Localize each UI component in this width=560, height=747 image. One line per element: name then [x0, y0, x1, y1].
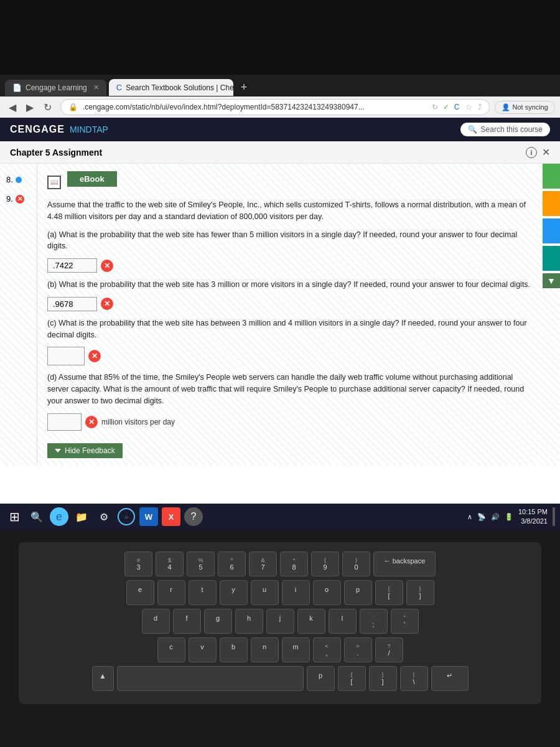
- sub-c-label: (c) What is the probability that the web…: [47, 317, 533, 341]
- key-rbrace[interactable]: } ]: [406, 580, 434, 605]
- settings-taskbar-button[interactable]: ⚙: [95, 507, 113, 526]
- excel-taskbar-button[interactable]: X: [162, 507, 180, 526]
- key-row-space: ▲ p { [ } ] | \ ↵: [28, 666, 532, 691]
- scroll-down-icon[interactable]: ▼: [543, 273, 560, 288]
- tab-search[interactable]: C Search Textbook Solutions | Che... ✕: [109, 79, 233, 96]
- key-quote[interactable]: " ': [391, 609, 419, 634]
- key-bottom-5: 5: [191, 563, 210, 571]
- sub-b-input[interactable]: [47, 297, 97, 311]
- key-u-arrow[interactable]: ▲: [92, 666, 114, 691]
- feedback-bar[interactable]: Hide Feedback: [47, 443, 123, 458]
- file-taskbar-button[interactable]: 📁: [72, 507, 91, 526]
- q8-number: 8.: [6, 175, 13, 184]
- search-taskbar-button[interactable]: 🔍: [27, 507, 46, 526]
- key-y[interactable]: y: [220, 580, 248, 605]
- tab-bar: 📄 Cengage Learning ✕ C Search Textbook S…: [0, 75, 560, 96]
- right-tab-green[interactable]: [543, 164, 560, 189]
- back-button[interactable]: ◀: [5, 100, 20, 115]
- key-comma[interactable]: < ,: [313, 637, 341, 662]
- question-item-8[interactable]: 8.: [0, 170, 37, 189]
- key-slash[interactable]: ? /: [375, 637, 403, 662]
- key-0[interactable]: ) 0: [342, 552, 370, 576]
- key-7[interactable]: & 7: [249, 552, 277, 576]
- sub-d-input[interactable]: [47, 413, 82, 431]
- sub-b-answer-row: ✕: [47, 297, 533, 311]
- refresh-button[interactable]: ↻: [40, 100, 55, 115]
- key-m[interactable]: m: [282, 637, 310, 662]
- tab-label: Cengage Learning: [26, 83, 87, 92]
- key-top-percent: %: [191, 557, 210, 563]
- right-tab-orange[interactable]: [543, 191, 560, 216]
- sub-c-answer-row: ✕: [47, 347, 533, 365]
- key-d[interactable]: d: [142, 609, 170, 634]
- key-l[interactable]: l: [329, 609, 357, 634]
- right-tab-blue[interactable]: [543, 218, 560, 243]
- new-tab-button[interactable]: +: [236, 78, 253, 96]
- sub-c-input[interactable]: [47, 347, 85, 365]
- intro-text: Assume that the traffic to the web site …: [47, 199, 533, 223]
- edge-taskbar-button[interactable]: e: [50, 507, 68, 526]
- key-j[interactable]: j: [266, 609, 294, 634]
- search-this-course[interactable]: 🔍 Search this course: [460, 123, 550, 136]
- key-i[interactable]: i: [282, 580, 310, 605]
- key-semi[interactable]: : ;: [360, 609, 388, 634]
- key-rbrace2[interactable]: } ]: [369, 666, 397, 691]
- battery-icon[interactable]: 🔋: [505, 513, 513, 521]
- url-box[interactable]: 🔒 .cengage.com/static/nb/ui/evo/index.ht…: [60, 99, 490, 115]
- key-v[interactable]: v: [189, 637, 217, 662]
- key-o[interactable]: o: [313, 580, 341, 605]
- key-k[interactable]: k: [297, 609, 325, 634]
- key-bottom-3: 3: [129, 563, 148, 571]
- key-e[interactable]: e: [126, 580, 154, 605]
- key-4[interactable]: $ 4: [156, 552, 184, 576]
- key-3[interactable]: # 3: [124, 552, 152, 576]
- key-6[interactable]: ^ 6: [218, 552, 246, 576]
- key-p-key[interactable]: p: [307, 666, 335, 691]
- key-p[interactable]: p: [344, 580, 372, 605]
- key-lbrace2[interactable]: { [: [338, 666, 366, 691]
- tab-favicon: 📄: [12, 83, 22, 92]
- key-9[interactable]: ( 9: [311, 552, 339, 576]
- not-syncing-button[interactable]: 👤 Not syncing: [495, 101, 555, 114]
- key-g[interactable]: g: [204, 609, 232, 634]
- key-h[interactable]: h: [235, 609, 263, 634]
- key-backspace[interactable]: ← backspace: [373, 552, 436, 576]
- tab-close-icon[interactable]: ✕: [93, 83, 99, 92]
- close-button[interactable]: ✕: [542, 146, 550, 158]
- key-space[interactable]: [117, 666, 304, 691]
- network-icon[interactable]: 📡: [477, 513, 486, 521]
- key-t[interactable]: t: [189, 580, 217, 605]
- forward-button[interactable]: ▶: [22, 100, 37, 115]
- cortana-taskbar-button[interactable]: ○: [117, 507, 136, 526]
- right-tab-teal[interactable]: [543, 246, 560, 271]
- sub-a-input[interactable]: [47, 258, 97, 273]
- key-f[interactable]: f: [173, 609, 201, 634]
- key-backslash[interactable]: | \: [400, 666, 428, 691]
- help-taskbar-button[interactable]: ?: [184, 507, 203, 526]
- key-8[interactable]: * 8: [280, 552, 308, 576]
- show-desktop-icon[interactable]: [553, 507, 555, 526]
- ebook-button[interactable]: eBook: [67, 171, 117, 187]
- key-u[interactable]: u: [251, 580, 279, 605]
- key-5[interactable]: % 5: [187, 552, 215, 576]
- cortana-circle: ○: [118, 508, 135, 525]
- key-c[interactable]: c: [157, 637, 185, 662]
- key-enter[interactable]: ↵: [431, 666, 469, 691]
- key-b[interactable]: b: [220, 637, 248, 662]
- question-item-9[interactable]: 9. ✕: [0, 189, 37, 209]
- key-row-numbers: # 3 $ 4 % 5 ^ 6 & 7 * 8: [28, 552, 532, 576]
- cengage-header: CENGAGE MINDTAP 🔍 Search this course: [0, 118, 560, 141]
- key-period[interactable]: > .: [344, 637, 372, 662]
- cengage-logo-area: CENGAGE MINDTAP: [10, 124, 108, 135]
- key-n[interactable]: n: [251, 637, 279, 662]
- info-icon[interactable]: i: [526, 147, 537, 158]
- not-syncing-label: Not syncing: [513, 103, 548, 111]
- chevron-up-icon[interactable]: ∧: [467, 513, 472, 521]
- key-lbrace[interactable]: { [: [375, 580, 403, 605]
- start-button[interactable]: ⊞: [5, 507, 24, 526]
- key-r[interactable]: r: [157, 580, 185, 605]
- volume-icon[interactable]: 🔊: [491, 513, 500, 521]
- word-taskbar-button[interactable]: W: [139, 507, 158, 526]
- tab-cengage[interactable]: 📄 Cengage Learning ✕: [5, 80, 106, 96]
- unit-label: million visitors per day: [101, 418, 175, 426]
